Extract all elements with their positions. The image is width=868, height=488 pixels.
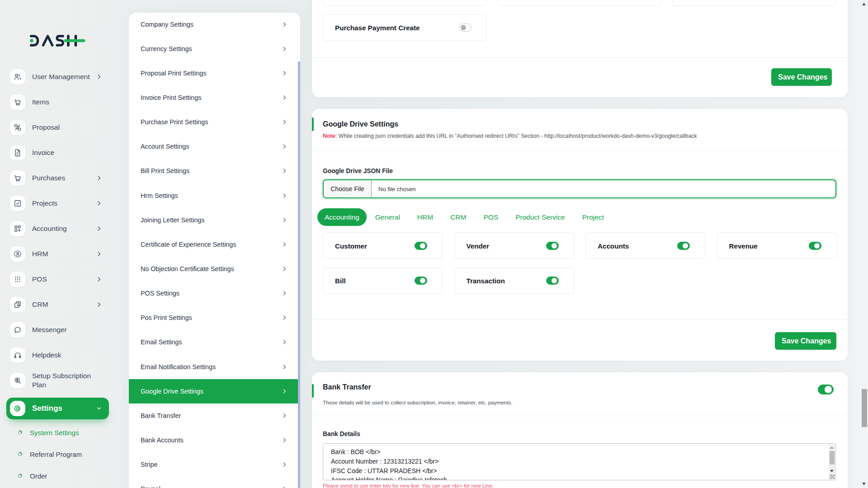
settings-menu-item-label: Currency Settings	[141, 45, 192, 52]
sidebar-item-label: User Management	[32, 72, 90, 81]
google-drive-json-file-label: Google Drive JSON File	[323, 168, 393, 174]
module-toggle-label: Revenue	[729, 242, 758, 249]
settings-menu-item[interactable]: Bank Transfer	[129, 404, 300, 428]
sidebar-item[interactable]: POS	[6, 267, 109, 292]
sidebar-item[interactable]: Helpdesk	[6, 343, 109, 368]
google-drive-json-file-input[interactable]: Choose File No file chosen	[323, 179, 836, 198]
module-toggle[interactable]	[415, 277, 427, 285]
sidebar-sub-item-label: System Settings	[30, 429, 79, 436]
choose-file-button[interactable]: Choose File	[324, 180, 372, 197]
chevron-right-icon	[281, 168, 288, 174]
module-toggle[interactable]	[415, 242, 427, 250]
bank-transfer-toggle[interactable]	[818, 385, 834, 394]
sidebar-item[interactable]: Items	[6, 89, 109, 115]
page-scrollbar[interactable]	[860, 0, 868, 488]
note-label: Note:	[323, 133, 337, 139]
sidebar-nav: User Management Items Proposal Invoice P…	[0, 64, 129, 487]
settings-menu-item[interactable]: Google Drive Settings	[129, 379, 300, 404]
module-toggle-card: Customer	[323, 232, 443, 259]
sidebar-item[interactable]: User Management	[6, 64, 109, 89]
textarea-scrollbar[interactable]	[829, 444, 835, 474]
chevron-right-icon	[281, 192, 288, 199]
settings-menu-item[interactable]: No Objection Certificate Settings	[129, 257, 300, 281]
settings-menu-item[interactable]: Paypal	[129, 477, 300, 488]
settings-menu-item[interactable]: Bank Accounts	[129, 428, 300, 452]
cutoff-setting-card	[323, 0, 486, 6]
scroll-up-icon[interactable]	[830, 446, 834, 449]
scroll-down-icon[interactable]	[830, 470, 834, 472]
module-toggle[interactable]	[546, 277, 559, 285]
settings-menu-item[interactable]: Company Settings	[129, 12, 300, 37]
module-tab[interactable]: Accounting	[317, 208, 367, 226]
settings-menu-item-label: Hrm Settings	[141, 192, 178, 199]
scroll-up-button[interactable]	[860, 0, 868, 8]
sidebar-item[interactable]: Purchases	[6, 165, 109, 191]
settings-menu-item-label: Google Drive Settings	[141, 388, 203, 395]
settings-menu-item-label: Proposal Print Settings	[141, 70, 206, 77]
module-tab[interactable]: POS	[475, 208, 507, 226]
sidebar-item[interactable]: CRM	[6, 292, 109, 317]
settings-menu-item[interactable]: Pos Print Settings	[129, 305, 300, 330]
scroll-down-button[interactable]	[860, 480, 868, 488]
sidebar-item[interactable]: Proposal	[6, 115, 109, 140]
settings-menu-item[interactable]: Certificate of Experience Settings	[129, 232, 300, 257]
sidebar-item[interactable]: Invoice	[6, 140, 109, 165]
settings-menu-item[interactable]: Bill Print Settings	[129, 159, 300, 183]
sidebar-item-settings[interactable]: Settings	[6, 398, 109, 419]
bank-transfer-card: Bank Transfer These details will be used…	[312, 372, 848, 488]
page-scrollbar-thumb[interactable]	[862, 389, 867, 427]
settings-menu-item[interactable]: Hrm Settings	[129, 183, 300, 207]
settings-menu-item[interactable]: Invoice Print Settings	[129, 85, 300, 110]
card-accent-bar	[312, 384, 314, 398]
module-toggle[interactable]	[809, 242, 821, 250]
module-toggle-label: Accounts	[598, 242, 629, 249]
settings-menu-item[interactable]: Email Settings	[129, 330, 300, 354]
person-circle-icon	[10, 246, 25, 262]
sidebar-item-label: Invoice	[32, 148, 54, 157]
settings-menu-item[interactable]: Joining Letter Settings	[129, 208, 300, 232]
module-tab[interactable]: CRM	[442, 208, 475, 226]
sidebar-item-label: Projects	[32, 199, 57, 208]
sidebar-item[interactable]: Projects	[6, 191, 109, 216]
settings-menu-item[interactable]: Account Settings	[129, 134, 300, 159]
module-toggle-card: Bill	[323, 267, 443, 294]
module-tab[interactable]: Product Service	[507, 208, 573, 226]
textarea-resize-grip[interactable]	[829, 474, 835, 479]
bank-details-textarea[interactable]: Bank : BOB </br> Account Number : 123132…	[323, 443, 836, 480]
sidebar-sub-item[interactable]: Order	[6, 465, 109, 487]
chevron-right-icon	[281, 486, 288, 488]
module-tab[interactable]: General	[367, 208, 409, 226]
sidebar-sub-item[interactable]: System Settings	[6, 422, 109, 443]
settings-menu-item[interactable]: POS Settings	[129, 281, 300, 305]
sidebar-item[interactable]: Accounting	[6, 216, 109, 241]
chevron-right-icon	[281, 143, 288, 150]
module-tab[interactable]: Project	[574, 208, 613, 226]
save-changes-button[interactable]: Save Changes	[775, 332, 836, 350]
settings-menu-item-label: Bank Accounts	[141, 436, 184, 444]
dots-grid-icon	[10, 272, 25, 287]
settings-menu-item[interactable]: Proposal Print Settings	[129, 61, 300, 85]
dash-logo[interactable]	[30, 35, 85, 47]
settings-menu-item[interactable]: Currency Settings	[129, 37, 300, 61]
settings-menu-scrollbar-thumb[interactable]	[298, 61, 300, 488]
module-toggle[interactable]	[546, 242, 559, 250]
settings-menu-item[interactable]: Email Notification Settings	[129, 354, 300, 379]
sidebar-item[interactable]: Setup Subscription Plan	[6, 368, 109, 393]
save-changes-button[interactable]: Save Changes	[771, 68, 832, 86]
sidebar-item[interactable]: Messenger	[6, 317, 109, 343]
settings-menu-item-label: No Objection Certificate Settings	[141, 265, 234, 272]
sidebar-sub-item[interactable]: Referral Program	[6, 443, 109, 465]
module-tab[interactable]: HRM	[409, 208, 442, 226]
purchase-payment-create-toggle[interactable]	[459, 23, 472, 32]
sidebar-item-label: Helpdesk	[32, 351, 61, 360]
module-toggle-label: Bill	[335, 277, 346, 285]
chevron-right-icon	[96, 74, 102, 80]
settings-menu-item[interactable]: Stripe	[129, 452, 300, 477]
settings-menu-item[interactable]: Purchase Print Settings	[129, 110, 300, 134]
chevron-right-icon	[281, 437, 288, 443]
module-toggle[interactable]	[677, 242, 690, 250]
textarea-scrollbar-thumb[interactable]	[830, 451, 835, 465]
chevron-right-icon	[281, 314, 288, 321]
sidebar-item[interactable]: HRM	[6, 241, 109, 267]
cutoff-setting-card	[497, 0, 661, 6]
